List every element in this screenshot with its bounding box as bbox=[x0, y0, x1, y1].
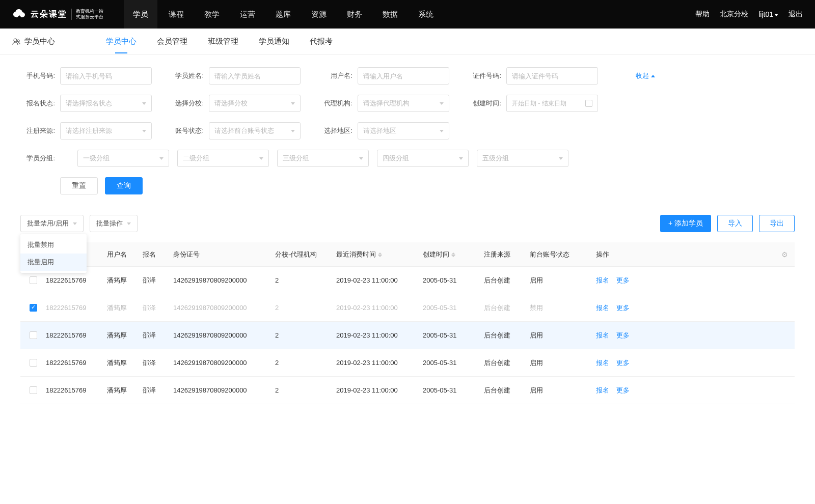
chevron-down-icon bbox=[73, 222, 77, 225]
group-select-0[interactable]: 一级分组 bbox=[77, 150, 169, 167]
regsource-select[interactable]: 请选择注册来源 bbox=[60, 122, 152, 139]
nav-right: 帮助 北京分校 lijt01 退出 bbox=[695, 10, 803, 19]
import-button[interactable]: 导入 bbox=[717, 215, 753, 232]
batch-enable-item[interactable]: 批量启用 bbox=[20, 254, 87, 271]
name-input[interactable] bbox=[209, 67, 301, 85]
cell-branch: 2 bbox=[275, 359, 336, 367]
nav-item-1[interactable]: 课程 bbox=[159, 0, 193, 29]
nav-item-4[interactable]: 题库 bbox=[266, 0, 300, 29]
cell-spend: 2019-02-23 11:00:00 bbox=[336, 386, 423, 394]
regstatus-select[interactable]: 请选择报名状态 bbox=[60, 95, 152, 112]
add-student-button[interactable]: + 添加学员 bbox=[660, 215, 711, 232]
group-label: 学员分组: bbox=[20, 154, 55, 163]
chevron-down-icon bbox=[142, 102, 146, 105]
cell-source: 后台创建 bbox=[484, 331, 530, 340]
student-table: 手机号码 用户名 报名 身份证号 分校-代理机构 最近消费时间 创建时间 注册来… bbox=[20, 242, 795, 404]
col-status-header: 前台账号状态 bbox=[530, 250, 591, 259]
collapse-toggle[interactable]: 收起 bbox=[636, 71, 655, 80]
row-checkbox[interactable] bbox=[30, 304, 37, 312]
nav-item-5[interactable]: 资源 bbox=[302, 0, 336, 29]
row-checkbox[interactable] bbox=[30, 359, 37, 367]
nav-item-2[interactable]: 教学 bbox=[195, 0, 229, 29]
row-checkbox[interactable] bbox=[30, 276, 37, 284]
col-source-header: 注册来源 bbox=[484, 250, 530, 259]
gear-icon[interactable]: ⚙ bbox=[781, 250, 788, 259]
table-header: 手机号码 用户名 报名 身份证号 分校-代理机构 最近消费时间 创建时间 注册来… bbox=[20, 242, 795, 267]
accstatus-select[interactable]: 请选择前台账号状态 bbox=[209, 122, 301, 139]
more-link[interactable]: 更多 bbox=[616, 386, 630, 395]
caret-down-icon bbox=[774, 14, 778, 16]
col-create-header[interactable]: 创建时间 bbox=[423, 250, 484, 259]
cell-source: 后台创建 bbox=[484, 358, 530, 368]
col-branch-header: 分校-代理机构 bbox=[275, 250, 336, 259]
col-spend-header[interactable]: 最近消费时间 bbox=[336, 250, 423, 259]
cell-source: 后台创建 bbox=[484, 276, 530, 285]
col-action-header: 操作 bbox=[591, 250, 774, 259]
nav-item-0[interactable]: 学员 bbox=[124, 0, 157, 29]
cell-status: 启用 bbox=[530, 386, 591, 395]
more-link[interactable]: 更多 bbox=[616, 358, 630, 368]
cell-branch: 2 bbox=[275, 386, 336, 394]
query-button[interactable]: 查询 bbox=[105, 177, 143, 194]
sub-tab-1[interactable]: 会员管理 bbox=[157, 30, 187, 53]
selbranch-select[interactable]: 请选择分校 bbox=[209, 95, 301, 112]
chevron-up-icon bbox=[651, 75, 655, 77]
svg-point-1 bbox=[17, 40, 19, 42]
brand-sub: 教育机构一站 式服务云平台 bbox=[71, 9, 103, 20]
nav-item-6[interactable]: 财务 bbox=[338, 0, 371, 29]
phone-input[interactable] bbox=[60, 67, 152, 85]
sub-nav-tabs: 学员中心会员管理班级管理学员通知代报考 bbox=[106, 30, 333, 53]
createtime-picker[interactable]: 开始日期 - 结束日期 bbox=[506, 95, 598, 112]
sub-tab-2[interactable]: 班级管理 bbox=[208, 30, 238, 53]
batch-toggle-dropdown[interactable]: 批量禁用/启用 bbox=[20, 215, 84, 232]
nav-item-3[interactable]: 运营 bbox=[231, 0, 264, 29]
cell-idcard: 14262919870809200000 bbox=[173, 331, 275, 339]
users-icon bbox=[12, 38, 20, 46]
group-select-4[interactable]: 五级分组 bbox=[477, 150, 568, 167]
cloud-icon bbox=[12, 9, 26, 20]
filter-area: 手机号码: 学员姓名: 用户名: 证件号码: 收起 报名状态:请选择报名状态 选… bbox=[0, 55, 815, 194]
batch-op-dropdown[interactable]: 批量操作 bbox=[90, 215, 138, 232]
group-select-3[interactable]: 四级分组 bbox=[377, 150, 469, 167]
reset-button[interactable]: 重置 bbox=[60, 177, 98, 194]
signup-link[interactable]: 报名 bbox=[596, 358, 609, 368]
cell-branch: 2 bbox=[275, 331, 336, 339]
group-select-1[interactable]: 二级分组 bbox=[177, 150, 269, 167]
user-menu[interactable]: lijt01 bbox=[758, 10, 778, 18]
cell-source: 后台创建 bbox=[484, 386, 530, 395]
chevron-down-icon bbox=[259, 157, 263, 160]
cell-status: 禁用 bbox=[530, 303, 591, 313]
chevron-down-icon bbox=[459, 157, 463, 160]
idcard-input[interactable] bbox=[506, 67, 598, 85]
signup-link[interactable]: 报名 bbox=[596, 276, 609, 285]
chevron-down-icon bbox=[142, 130, 146, 132]
row-checkbox[interactable] bbox=[30, 386, 37, 394]
sub-tab-4[interactable]: 代报考 bbox=[310, 30, 333, 53]
nav-item-7[interactable]: 数据 bbox=[373, 0, 407, 29]
row-checkbox[interactable] bbox=[30, 331, 37, 339]
branch-link[interactable]: 北京分校 bbox=[720, 10, 748, 19]
more-link[interactable]: 更多 bbox=[616, 276, 630, 285]
signup-link[interactable]: 报名 bbox=[596, 386, 609, 395]
sub-tab-0[interactable]: 学员中心 bbox=[106, 30, 137, 53]
agency-select[interactable]: 请选择代理机构 bbox=[358, 95, 449, 112]
username-input[interactable] bbox=[358, 67, 449, 85]
help-link[interactable]: 帮助 bbox=[695, 10, 710, 19]
sub-tab-3[interactable]: 学员通知 bbox=[259, 30, 289, 53]
svg-point-0 bbox=[14, 39, 17, 42]
batch-disable-item[interactable]: 批量禁用 bbox=[20, 236, 87, 254]
group-select-2[interactable]: 三级分组 bbox=[277, 150, 369, 167]
cell-create: 2005-05-31 bbox=[423, 359, 484, 367]
signup-link[interactable]: 报名 bbox=[596, 303, 609, 313]
more-link[interactable]: 更多 bbox=[616, 303, 630, 313]
logout-link[interactable]: 退出 bbox=[789, 10, 803, 19]
region-select[interactable]: 请选择地区 bbox=[358, 122, 449, 139]
cell-status: 启用 bbox=[530, 276, 591, 285]
export-button[interactable]: 导出 bbox=[759, 215, 795, 232]
more-link[interactable]: 更多 bbox=[616, 331, 630, 340]
col-idcard-header: 身份证号 bbox=[173, 250, 275, 259]
agency-label: 代理机构: bbox=[318, 99, 352, 108]
signup-link[interactable]: 报名 bbox=[596, 331, 609, 340]
nav-item-8[interactable]: 系统 bbox=[409, 0, 443, 29]
chevron-down-icon bbox=[559, 157, 563, 160]
